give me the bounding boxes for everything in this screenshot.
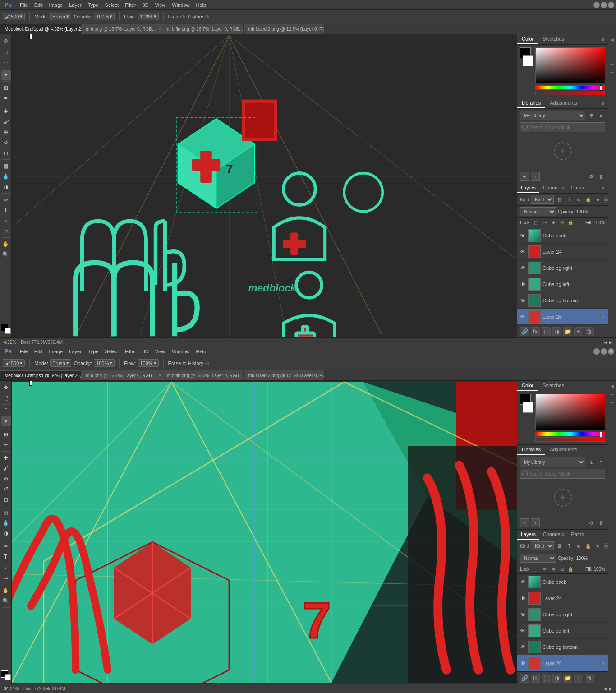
menu-type-top[interactable]: Type [85, 1, 101, 9]
adjustments-tab-bottom[interactable]: Adjustments [545, 445, 582, 455]
layer-item-layer26-bottom[interactable]: 👁 Layer 26 fx [517, 655, 608, 671]
lock-all-top[interactable]: 🔒 [567, 219, 574, 226]
dodge-tool-b[interactable]: ◑ [1, 528, 11, 538]
menu-edit-bottom[interactable]: Edit [32, 348, 46, 355]
filter-icon-1-bottom[interactable]: 🖼 [556, 542, 564, 550]
tab-1-close-bottom[interactable]: ✕ [158, 373, 162, 378]
background-color-b[interactable] [5, 674, 11, 680]
tool-preset-dropdown-bottom[interactable]: 🖌 500 ▾ [3, 359, 25, 367]
healing-tool-b[interactable]: ✚ [1, 453, 11, 463]
panel-toggle-2-bottom[interactable]: — [609, 399, 616, 406]
lock-pixels-top[interactable]: ✏ [541, 219, 548, 226]
mode-dropdown-bottom[interactable]: Brush ▾ [50, 359, 71, 367]
opacity-dropdown-bottom[interactable]: 100% ▾ [94, 359, 115, 367]
layer-new-btn-bottom[interactable]: + [574, 674, 583, 683]
shape-tool-b[interactable]: ▭ [1, 573, 11, 582]
minimize-btn-bottom[interactable]: ─ [593, 348, 600, 355]
menu-view-bottom[interactable]: View [152, 348, 169, 355]
layer-link-btn-top[interactable]: 🔗 [520, 327, 529, 336]
layer-link-btn-bottom[interactable]: 🔗 [520, 674, 529, 683]
marquee-tool[interactable]: ⬚ [1, 46, 11, 56]
marquee-tool-b[interactable]: ⬚ [1, 393, 11, 403]
menu-edit-top[interactable]: Edit [32, 1, 46, 9]
lock-position-top[interactable]: ✥ [550, 219, 557, 226]
menu-type-bottom[interactable]: Type [85, 348, 101, 355]
blur-tool[interactable]: 💧 [1, 171, 11, 181]
color-panel-menu-top[interactable]: ≡ [600, 36, 606, 42]
lock-pixels-bottom[interactable]: ✏ [541, 565, 548, 573]
eraser-tool[interactable]: ◻ [1, 148, 11, 158]
menu-3d-top[interactable]: 3D [140, 1, 152, 9]
layer-item-cube-back-top[interactable]: 👁 Cube back [517, 227, 608, 244]
clone-tool-b[interactable]: ⊕ [1, 474, 11, 484]
hue-slider-top[interactable] [535, 85, 605, 90]
filter-icon-4-top[interactable]: 🔒 [584, 195, 592, 203]
type-tool-b[interactable]: T [1, 552, 11, 562]
menu-file-bottom[interactable]: File [17, 348, 31, 355]
lib-grid-icon-top[interactable]: ⊞ [587, 111, 595, 120]
layer-adjustment-btn-bottom[interactable]: ◑ [552, 674, 561, 683]
tab-3-top[interactable]: mb fused 2.png @ 12.5% (Layer 0, RG... ✕ [244, 24, 325, 34]
lib-cloud-btn-top[interactable]: ↑ [531, 172, 540, 181]
library-select-bottom[interactable]: My Library [520, 457, 585, 467]
filter-icon-4-bottom[interactable]: 🔒 [584, 542, 592, 550]
layers-panel-menu-bottom[interactable]: ≡ [600, 531, 606, 538]
lib-add-btn-top[interactable]: + [520, 172, 529, 181]
lib-search-input-bottom[interactable] [528, 470, 603, 477]
lock-transparent-bottom[interactable]: ⬚ [533, 565, 540, 573]
ps-logo-top[interactable]: Ps [2, 0, 14, 9]
scroll-arrows-top[interactable]: ◀ ▶ [604, 340, 612, 345]
layer-eye-0-bottom[interactable]: 👁 [519, 578, 526, 586]
layer-item-cube-bg-left-top[interactable]: 👁 Cube bg left [517, 276, 608, 292]
dodge-tool[interactable]: ◑ [1, 182, 11, 192]
menu-window-top[interactable]: Window [169, 1, 192, 9]
menu-layer-bottom[interactable]: Layer [66, 348, 84, 355]
layer-group-btn-bottom[interactable]: 📁 [563, 674, 572, 683]
layer-item-cube-bg-right-bottom[interactable]: 👁 Cube bg right [517, 606, 608, 623]
color-pair[interactable] [1, 324, 11, 334]
lock-artboards-top[interactable]: ⊞ [558, 219, 565, 226]
filter-icon-2-top[interactable]: T [565, 195, 573, 203]
swatches-tab-bottom[interactable]: Swatches [538, 381, 569, 391]
lib-trash-icon-top[interactable]: 🗑 [597, 172, 605, 180]
close-btn-bottom[interactable]: ✕ [608, 348, 614, 355]
layers-tab-top[interactable]: Layers [517, 183, 539, 193]
opacity-value-layers-bottom[interactable]: 100% [576, 556, 588, 561]
color-spectrum-bottom[interactable] [535, 394, 605, 430]
libraries-tab-bottom[interactable]: Libraries [517, 445, 545, 455]
layer-item-cube-bg-right-top[interactable]: 👁 Cube bg right [517, 260, 608, 276]
minimize-btn-top[interactable]: ─ [593, 2, 600, 8]
tab-1-top[interactable]: m b.png @ 16.7% (Layer 0, RGB... ✕ [81, 24, 162, 34]
hand-tool-b[interactable]: ✋ [1, 586, 11, 596]
libs-panel-menu-bottom[interactable]: ≡ [600, 447, 606, 453]
panel-toggle-2-top[interactable]: — [609, 52, 616, 60]
kind-dropdown-top[interactable]: Kind [531, 195, 554, 204]
menu-help-top[interactable]: Help [193, 1, 209, 9]
type-tool[interactable]: T [1, 205, 11, 215]
menu-window-bottom[interactable]: Window [169, 348, 192, 355]
move-tool-b[interactable]: ✥ [1, 383, 11, 393]
layer-eye-4-top[interactable]: 👁 [519, 297, 526, 304]
layer-eye-3-top[interactable]: 👁 [519, 281, 526, 288]
menu-filter-bottom[interactable]: Filter [122, 348, 138, 355]
libs-panel-menu-top[interactable]: ≡ [600, 100, 606, 106]
brush-tool-b[interactable]: 🖌 [1, 463, 11, 473]
panel-toggle-4-top[interactable]: — [609, 69, 616, 76]
tab-2-bottom[interactable]: m b fin.png @ 16.7% (Layer 0, RGB... ✕ [162, 370, 244, 380]
menu-layer-top[interactable]: Layer [66, 1, 84, 9]
layer-item-cube-bg-left-bottom[interactable]: 👁 Cube bg left [517, 623, 608, 639]
tab-0-top[interactable]: Medblock Draft.psd @ 4.92% (Layer 26, RG… [0, 24, 81, 34]
lib-list-icon-bottom[interactable]: ≡ [597, 458, 605, 466]
move-tool[interactable]: ✥ [1, 36, 11, 46]
menu-help-bottom[interactable]: Help [193, 348, 209, 355]
lib-list-icon-top[interactable]: ≡ [597, 111, 605, 120]
lock-transparent-top[interactable]: ⬚ [533, 219, 540, 226]
blend-dropdown-bottom[interactable]: Normal [520, 554, 556, 563]
lock-artboards-bottom[interactable]: ⊞ [558, 565, 565, 573]
lock-all-bottom[interactable]: 🔒 [567, 565, 574, 573]
layers-panel-menu-top[interactable]: ≡ [600, 185, 606, 191]
layer-fx-btn-top[interactable]: fx [531, 327, 540, 336]
fill-value-top[interactable]: 100% [593, 220, 605, 225]
layer-eye-0-top[interactable]: 👁 [519, 232, 526, 239]
layer-eye-2-bottom[interactable]: 👁 [519, 611, 526, 618]
